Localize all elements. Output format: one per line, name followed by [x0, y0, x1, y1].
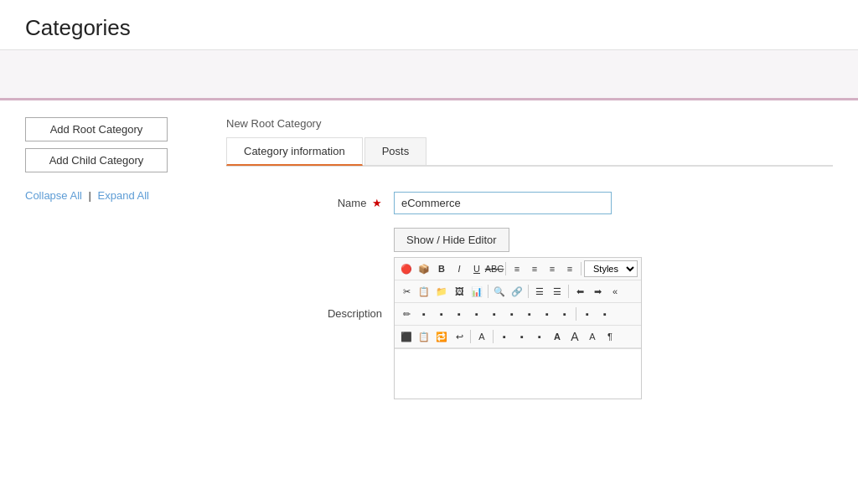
tb-align-left[interactable]: ≡ [509, 260, 525, 277]
tb-square[interactable]: ⬛ [398, 328, 415, 345]
expand-all-link[interactable]: Expand All [98, 189, 149, 202]
tb-undo[interactable]: ↩ [451, 328, 468, 345]
editor-body[interactable] [395, 348, 641, 399]
tabs-container: Category information Posts [226, 136, 833, 167]
tb-block2[interactable]: ▪ [433, 306, 450, 322]
tb-block6[interactable]: ▪ [504, 306, 520, 322]
name-input[interactable] [394, 192, 612, 214]
main-content: Add Root Category Add Child Category Col… [0, 100, 858, 504]
collapse-expand-links: Collapse All | Expand All [25, 189, 209, 202]
tb-font-a3[interactable]: A [566, 328, 583, 345]
tb-link[interactable]: 🔗 [509, 283, 525, 300]
tb-indent[interactable]: ➡ [589, 283, 606, 300]
tb-block10[interactable]: ▪ [579, 306, 596, 322]
tb-block8[interactable]: ▪ [539, 306, 556, 322]
tb-font-a4[interactable]: A [584, 328, 601, 345]
editor-toolbar: 🔴 📦 B I U ABC ≡ ≡ ≡ ≡ [394, 257, 642, 399]
tb-block11[interactable]: ▪ [597, 306, 613, 322]
tb-copy2[interactable]: 📋 [416, 328, 432, 345]
tb-block13[interactable]: ▪ [514, 328, 530, 345]
top-bar [0, 50, 858, 100]
toolbar-row-1: 🔴 📦 B I U ABC ≡ ≡ ≡ ≡ [395, 258, 641, 280]
tb-font-a[interactable]: A [473, 328, 490, 345]
tb-sep-1 [505, 262, 506, 275]
show-hide-editor-button[interactable]: Show / Hide Editor [394, 228, 509, 252]
tb-sep-8 [493, 330, 494, 343]
tb-table[interactable]: 📊 [468, 283, 485, 300]
link-separator: | [89, 189, 91, 202]
tb-refresh[interactable]: 🔁 [433, 328, 450, 345]
right-panel: New Root Category Category information P… [226, 117, 833, 487]
tb-sep-3 [488, 285, 488, 298]
tb-paste[interactable]: 📁 [433, 283, 450, 300]
tb-copy[interactable]: 📋 [416, 283, 432, 300]
left-panel: Add Root Category Add Child Category Col… [25, 117, 226, 487]
toolbar-row-2: ✂ 📋 📁 🖼 📊 🔍 🔗 ☰ ☰ [395, 280, 641, 303]
tb-block3[interactable]: ▪ [451, 306, 468, 322]
tb-italic-button[interactable]: I [451, 260, 468, 277]
new-root-label: New Root Category [226, 117, 833, 130]
tb-block12[interactable]: ▪ [496, 328, 513, 345]
tb-block7[interactable]: ▪ [521, 306, 538, 322]
name-label: Name ★ [226, 197, 394, 209]
tb-list-ol[interactable]: ☰ [549, 283, 566, 300]
tb-icon-red[interactable]: 🔴 [398, 260, 415, 277]
tb-pilcrow[interactable]: ¶ [602, 328, 618, 345]
tb-blockquote[interactable]: « [607, 283, 623, 300]
tb-align-right[interactable]: ≡ [544, 260, 561, 277]
page-title: Categories [25, 15, 833, 41]
add-child-category-button[interactable]: Add Child Category [25, 148, 168, 172]
tb-list-ul[interactable]: ☰ [531, 283, 548, 300]
tb-styles-select[interactable]: Styles [584, 260, 638, 277]
tab-posts[interactable]: Posts [364, 137, 427, 166]
tab-category-information[interactable]: Category information [226, 137, 363, 166]
form-section: Name ★ Description Show / Hide Editor 🔴 … [226, 183, 833, 421]
tb-align-center[interactable]: ≡ [526, 260, 543, 277]
tb-outdent[interactable]: ⬅ [571, 283, 588, 300]
tb-image[interactable]: 🖼 [451, 283, 468, 300]
tb-cut[interactable]: ✂ [398, 283, 415, 300]
tb-block4[interactable]: ▪ [468, 306, 485, 322]
tb-underline-button[interactable]: U [468, 260, 485, 277]
collapse-all-link[interactable]: Collapse All [25, 189, 82, 202]
tb-sep-7 [470, 330, 471, 343]
tb-align-justify[interactable]: ≡ [561, 260, 578, 277]
toolbar-row-4: ⬛ 📋 🔁 ↩ A ▪ ▪ ▪ A A [395, 326, 641, 348]
description-controls: Show / Hide Editor 🔴 📦 B I U ABC ≡ [394, 228, 642, 399]
tb-block14[interactable]: ▪ [531, 328, 548, 345]
page-wrapper: Categories Add Root Category Add Child C… [0, 0, 858, 504]
required-star: ★ [372, 197, 382, 209]
add-root-category-button[interactable]: Add Root Category [25, 117, 168, 141]
page-header: Categories [0, 0, 858, 50]
tb-block1[interactable]: ▪ [416, 306, 432, 322]
tb-font-a2[interactable]: A [549, 328, 566, 345]
tb-pencil[interactable]: ✏ [398, 306, 415, 322]
tb-sep-5 [568, 285, 569, 298]
tb-bold-button[interactable]: B [433, 260, 450, 277]
description-label: Description [226, 307, 394, 320]
tb-sep-2 [581, 262, 581, 275]
tb-block9[interactable]: ▪ [556, 306, 573, 322]
tb-sep-6 [576, 307, 576, 321]
name-row: Name ★ [226, 192, 833, 214]
tb-strikethrough-button[interactable]: ABC [486, 260, 503, 277]
tb-sep-4 [528, 285, 529, 298]
tb-search[interactable]: 🔍 [491, 283, 508, 300]
description-row: Description Show / Hide Editor 🔴 📦 B I U… [226, 228, 833, 399]
tb-icon-pkg[interactable]: 📦 [416, 260, 432, 277]
toolbar-row-3: ✏ ▪ ▪ ▪ ▪ ▪ ▪ ▪ ▪ ▪ ▪ [395, 303, 641, 326]
tb-block5[interactable]: ▪ [486, 306, 503, 322]
